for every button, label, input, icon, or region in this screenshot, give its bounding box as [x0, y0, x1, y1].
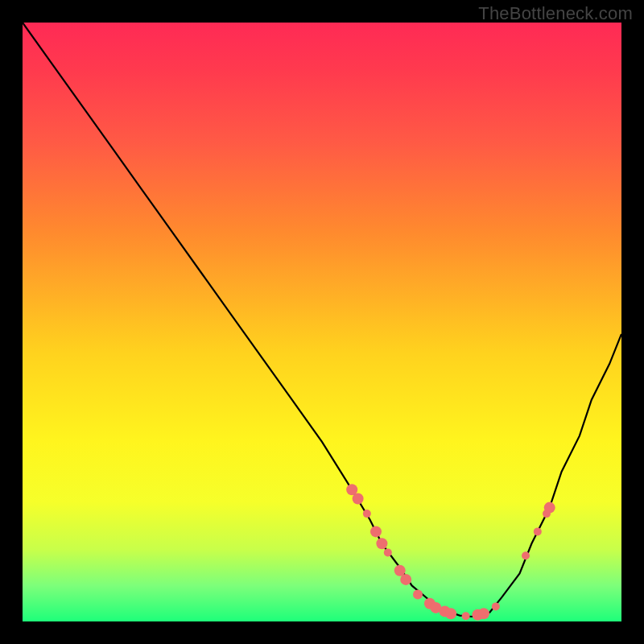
plot-area — [23, 23, 621, 621]
data-marker — [544, 502, 555, 514]
outer-frame: TheBottleneck.com — [0, 0, 644, 644]
bottleneck-curve — [23, 23, 621, 617]
data-marker — [534, 527, 542, 535]
marker-group — [346, 484, 555, 621]
data-marker — [370, 526, 382, 537]
watermark-text: TheBottleneck.com — [478, 3, 633, 24]
data-marker — [400, 574, 411, 585]
data-marker — [478, 608, 489, 619]
data-marker — [363, 510, 371, 518]
data-marker — [462, 612, 470, 620]
data-marker — [353, 493, 364, 505]
data-marker — [522, 551, 530, 559]
data-marker — [384, 548, 392, 556]
data-marker — [413, 590, 423, 600]
chart-svg — [23, 23, 621, 621]
data-marker — [445, 608, 456, 619]
data-marker — [376, 538, 387, 549]
data-marker — [492, 602, 500, 610]
